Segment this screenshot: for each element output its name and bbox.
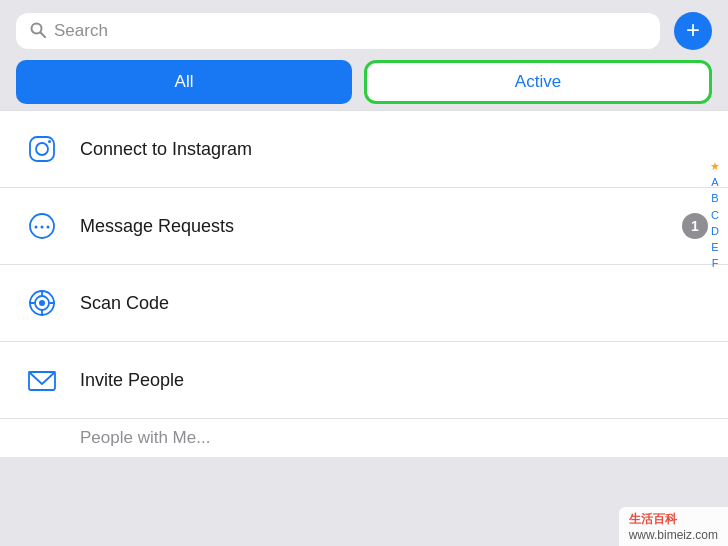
search-bar[interactable]: Search — [16, 13, 660, 49]
menu-list: Connect to Instagram Message Requests 1 — [0, 110, 728, 457]
scan-code-icon — [20, 281, 64, 325]
instagram-icon — [20, 127, 64, 171]
alpha-star[interactable]: ★ — [710, 160, 720, 173]
message-requests-label: Message Requests — [80, 216, 234, 237]
add-button[interactable]: + — [674, 12, 712, 50]
svg-point-8 — [47, 226, 50, 229]
svg-point-6 — [35, 226, 38, 229]
list-item[interactable]: People with Me... — [0, 419, 728, 457]
message-requests-icon — [20, 204, 64, 248]
tab-all-label: All — [175, 72, 194, 92]
alpha-index: ★ A B C D E F — [710, 160, 720, 270]
alpha-d[interactable]: D — [710, 225, 720, 238]
top-bar: Search + — [0, 0, 728, 60]
invite-people-label: Invite People — [80, 370, 184, 391]
scan-code-label: Scan Code — [80, 293, 169, 314]
instagram-label: Connect to Instagram — [80, 139, 252, 160]
watermark: 生活百科 www.bimeiz.com — [619, 507, 728, 546]
tab-all[interactable]: All — [16, 60, 352, 104]
list-item[interactable]: Invite People — [0, 342, 728, 419]
tab-active-label: Active — [515, 72, 561, 92]
search-icon — [30, 22, 46, 41]
invite-people-icon — [20, 358, 64, 402]
svg-point-3 — [36, 143, 48, 155]
search-placeholder: Search — [54, 21, 108, 41]
list-item[interactable]: Connect to Instagram — [0, 110, 728, 188]
tab-bar: All Active — [16, 60, 712, 104]
watermark-url: www.bimeiz.com — [629, 528, 718, 542]
partial-item-label: People with Me... — [80, 428, 210, 448]
svg-line-1 — [41, 32, 46, 37]
alpha-c[interactable]: C — [710, 209, 720, 222]
alpha-e[interactable]: E — [710, 241, 720, 254]
plus-icon: + — [686, 18, 700, 42]
watermark-chinese: 生活百科 — [629, 512, 677, 526]
list-item[interactable]: Scan Code — [0, 265, 728, 342]
alpha-a[interactable]: A — [710, 176, 720, 189]
svg-point-7 — [41, 226, 44, 229]
alpha-f[interactable]: F — [710, 257, 720, 270]
svg-point-11 — [39, 300, 45, 306]
alpha-b[interactable]: B — [710, 192, 720, 205]
tab-active-wrapper: Active — [364, 60, 712, 104]
list-item[interactable]: Message Requests 1 — [0, 188, 728, 265]
badge: 1 — [682, 213, 708, 239]
svg-point-4 — [48, 140, 51, 143]
tab-active[interactable]: Active — [370, 66, 706, 98]
